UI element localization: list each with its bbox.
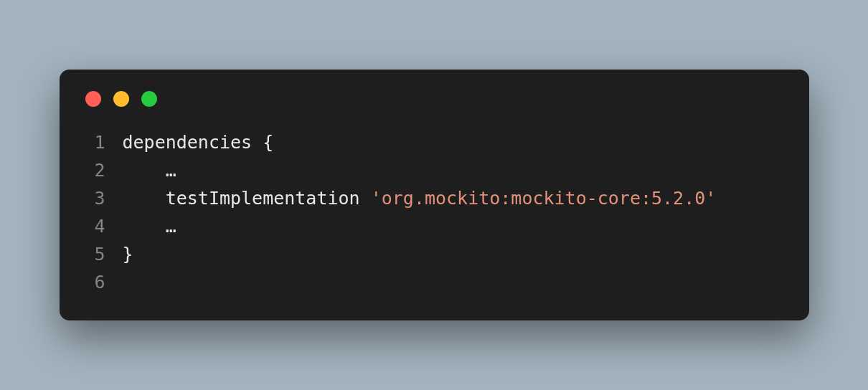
code-line: 3 testImplementation 'org.mockito:mockit… bbox=[84, 184, 785, 212]
code-line: 5 } bbox=[84, 240, 785, 268]
line-number: 2 bbox=[84, 156, 105, 184]
code-window: 1 dependencies { 2 … 3 testImplementatio… bbox=[60, 70, 809, 320]
string-literal: 'org.mockito:mockito-core:5.2.0' bbox=[371, 188, 717, 209]
line-number: 3 bbox=[84, 184, 105, 212]
code-content: … bbox=[105, 212, 176, 240]
line-number: 5 bbox=[84, 240, 105, 268]
code-line: 1 dependencies { bbox=[84, 128, 785, 156]
code-content: … bbox=[105, 156, 176, 184]
code-line: 4 … bbox=[84, 212, 785, 240]
code-block: 1 dependencies { 2 … 3 testImplementatio… bbox=[84, 128, 785, 296]
maximize-icon[interactable] bbox=[141, 91, 157, 107]
code-content bbox=[105, 268, 123, 296]
line-number: 4 bbox=[84, 212, 105, 240]
minimize-icon[interactable] bbox=[113, 91, 129, 107]
code-content: dependencies { bbox=[105, 128, 274, 156]
close-icon[interactable] bbox=[85, 91, 101, 107]
code-content: } bbox=[105, 240, 133, 268]
line-number: 6 bbox=[84, 268, 105, 296]
code-line: 2 … bbox=[84, 156, 785, 184]
line-number: 1 bbox=[84, 128, 105, 156]
code-content: testImplementation 'org.mockito:mockito-… bbox=[105, 184, 717, 212]
window-controls bbox=[85, 91, 785, 107]
code-line: 6 bbox=[84, 268, 785, 296]
